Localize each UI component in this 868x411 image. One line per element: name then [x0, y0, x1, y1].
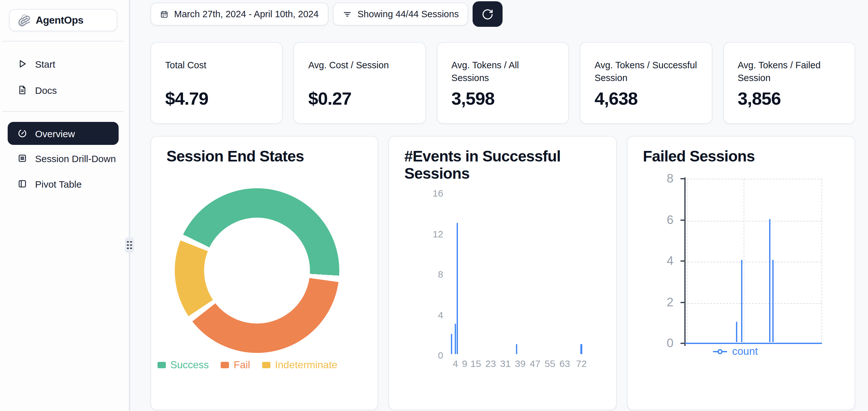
stat-card-avg-tokens-failed: Avg. Tokens / Failed Session 3,856	[723, 42, 855, 124]
stat-value: 4,638	[594, 89, 638, 109]
refresh-icon	[482, 8, 494, 20]
failed-sessions-card: Failed Sessions 02468 count	[627, 136, 855, 410]
stat-label: Avg. Tokens / Successful Session	[594, 59, 698, 84]
plot-grid	[687, 179, 822, 343]
charts-row: Session End States SuccessFailIndetermin…	[151, 136, 855, 410]
y-tick-label: 6	[635, 213, 674, 227]
stat-value: $0.27	[308, 89, 351, 109]
sidebar-resize-handle[interactable]	[125, 237, 134, 253]
y-axis-tick	[681, 343, 684, 344]
histogram-bar	[581, 344, 582, 354]
line-legend[interactable]: count	[713, 345, 758, 357]
y-tick-label: 0	[405, 350, 443, 360]
count-spike	[736, 322, 737, 343]
sidebar-item-overview[interactable]: Overview	[8, 122, 119, 145]
paperclip-logo-icon	[17, 14, 30, 27]
y-tick-label: 0	[635, 336, 674, 351]
session-end-states-card: Session End States SuccessFailIndetermin…	[151, 136, 378, 410]
events-histogram-card: #Events in Successful Sessions 048121649…	[389, 136, 617, 410]
count-spike	[741, 260, 743, 342]
session-filter-label: Showing 44/44 Sessions	[358, 9, 459, 19]
session-filter-button[interactable]: Showing 44/44 Sessions	[333, 3, 468, 26]
sidebar-item-label: Session Drill-Down	[35, 153, 116, 164]
app-title: AgentOps	[36, 14, 84, 26]
sidebar-item-docs[interactable]: Docs	[8, 81, 122, 99]
y-axis-tick	[681, 302, 684, 303]
y-axis-line	[684, 177, 686, 346]
list-box-icon	[17, 153, 27, 164]
stat-value: 3,598	[452, 89, 495, 109]
stat-value: $4.79	[165, 89, 208, 109]
date-range-label: March 27th, 2024 - April 10th, 2024	[174, 9, 318, 19]
legend-label: Fail	[234, 359, 250, 371]
date-range-button[interactable]: March 27th, 2024 - April 10th, 2024	[151, 3, 328, 26]
filter-icon	[342, 9, 352, 19]
y-axis-tick	[681, 261, 684, 262]
y-axis-tick	[681, 178, 684, 180]
gauge-icon	[17, 128, 27, 139]
count-spike	[769, 218, 770, 342]
stat-label: Total Cost	[165, 59, 268, 71]
sidebar-item-label: Overview	[35, 128, 75, 139]
legend-swatch	[262, 362, 271, 368]
session-end-states-donut-chart	[175, 188, 339, 353]
legend-swatch	[221, 362, 229, 368]
y-tick-label: 8	[405, 269, 443, 280]
legend-line-marker	[713, 351, 727, 352]
sidebar-item-label: Start	[35, 58, 55, 69]
logo[interactable]: AgentOps	[9, 9, 117, 31]
topbar: March 27th, 2024 - April 10th, 2024 Show…	[151, 1, 503, 27]
sidebar-item-label: Docs	[35, 85, 57, 95]
stat-label: Avg. Tokens / Failed Session	[738, 59, 841, 84]
sidebar-divider	[3, 41, 124, 41]
x-tick-label: 63	[555, 358, 574, 369]
histogram-bar	[455, 324, 456, 354]
y-tick-label: 4	[405, 309, 443, 320]
y-tick-label: 4	[635, 254, 674, 268]
sidebar-item-label: Pivot Table	[35, 178, 82, 189]
stat-label: Avg. Tokens / All Sessions	[452, 59, 555, 84]
legend-item-fail[interactable]: Fail	[221, 359, 250, 371]
y-tick-label: 12	[405, 228, 443, 239]
y-tick-label: 2	[635, 295, 674, 310]
y-axis-tick	[681, 219, 684, 221]
count-spike	[773, 260, 774, 342]
failed-sessions-chart: 02468	[627, 137, 855, 410]
refresh-button[interactable]	[473, 1, 503, 27]
histogram-bar	[516, 344, 517, 354]
calendar-icon	[160, 10, 168, 18]
stat-card-total-cost: Total Cost $4.79	[151, 42, 283, 124]
legend-item-success[interactable]: Success	[158, 359, 209, 371]
stat-card-avg-cost-session: Avg. Cost / Session $0.27	[294, 42, 426, 124]
document-icon	[17, 85, 27, 95]
zero-baseline	[685, 343, 822, 344]
legend-label: count	[732, 345, 758, 357]
events-histogram-chart: 0481216491523313947556372	[389, 137, 616, 410]
histogram-bar	[451, 334, 453, 354]
legend-item-indeterminate[interactable]: Indeterminate	[262, 359, 337, 371]
dashboard-page: AgentOps Start Docs Overview Session Dri…	[0, 0, 868, 411]
sidebar-divider	[3, 111, 124, 112]
donut-legend: SuccessFailIndeterminate	[151, 359, 344, 371]
sidebar-item-start[interactable]: Start	[8, 55, 122, 73]
play-icon	[17, 59, 27, 69]
chart-title: Session End States	[166, 147, 304, 165]
panel-left-icon	[17, 179, 27, 189]
sidebar: AgentOps Start Docs Overview Session Dri…	[0, 0, 130, 411]
legend-label: Indeterminate	[275, 359, 337, 371]
histogram-bar	[456, 223, 458, 354]
x-tick-label: 72	[572, 358, 591, 369]
sidebar-item-pivot-table[interactable]: Pivot Table	[8, 175, 122, 193]
stat-value: 3,856	[738, 89, 781, 109]
y-tick-label: 8	[635, 172, 674, 186]
stat-card-avg-tokens-successful: Avg. Tokens / Successful Session 4,638	[580, 42, 712, 124]
stat-label: Avg. Cost / Session	[308, 59, 411, 71]
legend-swatch	[158, 362, 166, 368]
stat-card-avg-tokens-all: Avg. Tokens / All Sessions 3,598	[437, 42, 569, 124]
legend-label: Success	[170, 359, 209, 371]
sidebar-item-session-drill-down[interactable]: Session Drill-Down	[8, 149, 122, 167]
y-tick-label: 16	[405, 187, 443, 199]
stat-cards-row: Total Cost $4.79 Avg. Cost / Session $0.…	[151, 42, 855, 124]
